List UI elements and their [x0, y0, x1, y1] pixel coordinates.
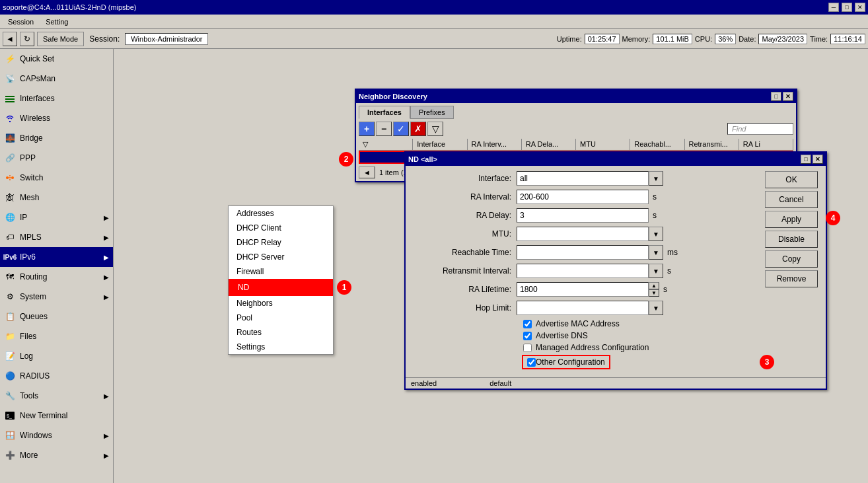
sidebar-label-new-terminal: New Terminal [20, 411, 109, 420]
hop-limit-input[interactable] [517, 301, 649, 315]
sidebar-item-quick-set[interactable]: ⚡ Quick Set [0, 49, 113, 69]
copy-btn[interactable]: Copy [765, 250, 818, 268]
ipv6-arrow: ▶ [104, 254, 109, 261]
sidebar-item-interfaces[interactable]: Interfaces [0, 89, 113, 108]
ra-lifetime-down[interactable]: ▼ [649, 289, 659, 297]
check-btn[interactable]: ✓ [393, 122, 409, 136]
menu-session[interactable]: Session [3, 17, 39, 27]
sidebar-item-ipv6[interactable]: IPv6 IPv6 ▶ [0, 247, 113, 267]
sidebar-item-log[interactable]: 📝 Log [0, 346, 113, 366]
apply-btn[interactable]: Apply [765, 211, 818, 228]
reachable-input[interactable] [517, 245, 649, 260]
sidebar-item-radius[interactable]: 🔵 RADIUS [0, 366, 113, 386]
interface-dropdown[interactable]: ▼ [517, 171, 663, 186]
sidebar-item-bridge[interactable]: 🌉 Bridge [0, 128, 113, 148]
ra-lifetime-input[interactable] [517, 282, 649, 297]
advertise-mac-checkbox[interactable] [523, 320, 532, 328]
status-default: default [489, 379, 511, 387]
retransmit-dropdown-btn[interactable]: ▼ [649, 264, 663, 278]
menu-setting[interactable]: Setting [40, 17, 73, 27]
retransmit-input[interactable] [517, 264, 649, 278]
menu-settings[interactable]: Settings [229, 340, 333, 354]
capsman-icon: 📡 [4, 73, 16, 85]
retransmit-row: Retransmit Interval: ▼ s [411, 264, 754, 278]
menu-dhcp-relay[interactable]: DHCP Relay [229, 235, 333, 250]
menu-neighbors[interactable]: Neighbors [229, 296, 333, 311]
nd-detail-controls[interactable]: □ ✕ [801, 155, 823, 164]
disable-btn[interactable]: Disable [765, 231, 818, 248]
sidebar-item-mesh[interactable]: 🕸 Mesh [0, 188, 113, 207]
mtu-dropdown-btn[interactable]: ▼ [649, 227, 663, 241]
menu-addresses[interactable]: Addresses [229, 206, 333, 221]
tab-prefixes[interactable]: Prefixes [410, 106, 454, 119]
other-config-checkbox[interactable] [527, 358, 536, 367]
sidebar-item-system[interactable]: ⚙ System ▶ [0, 287, 113, 307]
nd-window-titlebar[interactable]: Neighbor Discovery □ ✕ [356, 90, 796, 103]
menu-dhcp-server[interactable]: DHCP Server [229, 250, 333, 264]
menu-routes[interactable]: Routes [229, 325, 333, 340]
back-btn[interactable]: ◄ [3, 32, 17, 46]
safe-mode-btn[interactable]: Safe Mode [37, 32, 84, 46]
menu-pool[interactable]: Pool [229, 311, 333, 325]
sidebar-item-ppp[interactable]: 🔗 PPP [0, 148, 113, 168]
reachable-dropdown-btn[interactable]: ▼ [649, 245, 663, 260]
add-btn[interactable]: + [359, 122, 375, 136]
minimize-btn[interactable]: ─ [828, 3, 839, 12]
remove-btn[interactable]: Remove [765, 270, 818, 287]
sidebar-item-more[interactable]: ➕ More ▶ [0, 445, 113, 465]
menu-firewall[interactable]: Firewall [229, 264, 333, 279]
sidebar-item-queues[interactable]: 📋 Queues [0, 307, 113, 326]
reachable-unit: ms [663, 248, 682, 257]
sidebar-item-windows[interactable]: 🪟 Windows ▶ [0, 426, 113, 445]
mpls-arrow: ▶ [104, 234, 109, 241]
reachable-label: Reachable Time: [411, 248, 517, 257]
nd-detail-minimize[interactable]: □ [801, 155, 811, 164]
sidebar-label-interfaces: Interfaces [20, 94, 109, 103]
find-field[interactable]: Find [727, 123, 793, 135]
refresh-btn[interactable]: ↻ [20, 32, 34, 46]
interface-col-header: Interface [413, 139, 467, 150]
managed-addr-checkbox[interactable] [523, 344, 532, 352]
advertise-dns-label: Advertise DNS [536, 331, 588, 340]
sidebar-item-wireless[interactable]: Wireless [0, 108, 113, 128]
mtu-input[interactable] [517, 227, 649, 241]
interface-dropdown-btn[interactable]: ▼ [649, 171, 663, 186]
managed-addr-row: Managed Address Configuration [411, 343, 754, 352]
scroll-left-btn[interactable]: ◄ [359, 167, 375, 178]
ra-delay-input[interactable] [517, 208, 649, 223]
cancel-btn[interactable]: Cancel [765, 191, 818, 208]
nd-window-controls[interactable]: □ ✕ [771, 92, 793, 101]
nd-close-btn[interactable]: ✕ [783, 92, 793, 101]
maximize-btn[interactable]: □ [842, 3, 852, 12]
menu-dhcp-client[interactable]: DHCP Client [229, 221, 333, 235]
tab-interfaces[interactable]: Interfaces [359, 106, 410, 119]
sidebar-item-new-terminal[interactable]: $_ New Terminal [0, 406, 113, 426]
tools-arrow: ▶ [104, 392, 109, 400]
sidebar-item-capsman[interactable]: 📡 CAPsMan [0, 69, 113, 89]
nd-detail-close[interactable]: ✕ [813, 155, 823, 164]
sidebar-label-files: Files [20, 332, 109, 341]
sidebar-item-files[interactable]: 📁 Files [0, 326, 113, 346]
hop-limit-dropdown-btn[interactable]: ▼ [649, 301, 663, 315]
sidebar-item-tools[interactable]: 🔧 Tools ▶ [0, 386, 113, 406]
ra-delay-row: RA Delay: s [411, 208, 754, 223]
menu-nd[interactable]: ND 1 [229, 279, 333, 296]
ra-interval-input[interactable] [517, 190, 649, 204]
remove-btn[interactable]: − [376, 122, 392, 136]
filter-btn[interactable]: ▽ [427, 122, 443, 136]
advertise-dns-checkbox[interactable] [523, 332, 532, 340]
ra-lifetime-up[interactable]: ▲ [649, 282, 659, 289]
ra-interval-unit: s [649, 192, 661, 202]
ok-btn[interactable]: OK [765, 171, 818, 188]
window-controls[interactable]: ─ □ ✕ [828, 3, 865, 12]
cancel-icon-btn[interactable]: ✗ [410, 122, 426, 136]
sidebar-item-routing[interactable]: 🗺 Routing ▶ [0, 267, 113, 287]
sidebar-item-ip[interactable]: 🌐 IP ▶ [0, 207, 113, 227]
close-btn[interactable]: ✕ [855, 3, 865, 12]
sidebar-item-mpls[interactable]: 🏷 MPLS ▶ [0, 227, 113, 247]
nd-minimize-btn[interactable]: □ [771, 92, 781, 101]
nd-detail-titlebar[interactable]: ND <all> □ ✕ [406, 153, 826, 166]
sidebar-item-switch[interactable]: Switch [0, 168, 113, 188]
hop-limit-row: Hop Limit: ▼ [411, 301, 754, 315]
interface-input[interactable] [517, 171, 649, 186]
